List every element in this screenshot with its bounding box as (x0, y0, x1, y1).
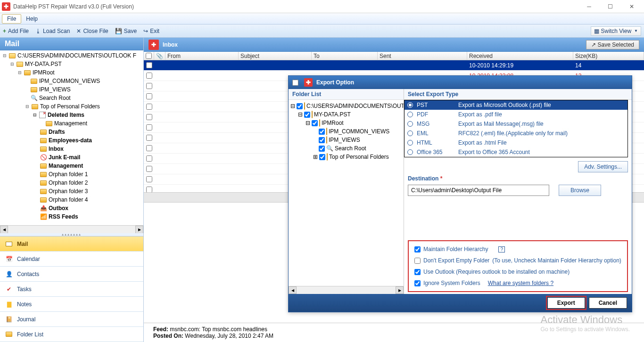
nav-calendar[interactable]: 📅Calendar (0, 252, 143, 267)
export-type-msg[interactable]: MSGExport as Mail Message(.msg) file (405, 119, 627, 129)
app-icon: ✚ (2, 2, 10, 11)
browse-button[interactable]: Browse (559, 185, 601, 196)
folder-tree[interactable]: ⊟C:\USERS\ADMIN\DOCUMENTS\OUTLOOK F ⊟MY-… (0, 50, 143, 225)
dialog-select-all[interactable] (292, 80, 298, 86)
plus-icon: + (3, 28, 6, 34)
folder-icon (40, 138, 47, 143)
use-outlook-checkbox[interactable]: Use Outlook (Requires outlook to be inst… (414, 269, 621, 275)
export-type-pst[interactable]: PSTExport as Microsoft Outlook (.pst) fi… (405, 100, 627, 110)
expand-icon[interactable]: ⊟ (2, 53, 7, 58)
row-checkbox[interactable] (146, 83, 152, 89)
ignore-system-checkbox[interactable]: Ignore System FoldersWhat are system fol… (414, 280, 621, 286)
maintain-hierarchy-checkbox[interactable]: Maintain Folder Hierarchy? (414, 246, 621, 252)
nav-contacts[interactable]: 👤Contacts (0, 267, 143, 282)
switch-view-button[interactable]: ▦Switch View▼ (591, 26, 641, 36)
help-menu[interactable]: Help (21, 15, 42, 23)
row-checkbox[interactable] (146, 73, 152, 79)
row-checkbox[interactable] (146, 104, 152, 110)
close-file-button[interactable]: ✕Close File (76, 28, 108, 34)
app-icon: ✚ (149, 40, 159, 50)
export-type-code: MSG (417, 121, 454, 127)
folder-icon (40, 189, 47, 194)
nav-notes[interactable]: ▇Notes (0, 297, 143, 312)
save-button[interactable]: 💾Save (115, 28, 137, 34)
nav-tasks[interactable]: ✔Tasks (0, 282, 143, 297)
system-folders-link[interactable]: What are system folders ? (488, 280, 553, 286)
export-type-pdf[interactable]: PDFExport as .pdf file (405, 110, 627, 119)
row-checkbox[interactable] (146, 135, 152, 141)
dialog-tree-scrollbar[interactable]: ◀ ▶ (289, 286, 404, 294)
export-type-desc: Export as Mail Message(.msg) file (458, 121, 544, 127)
expand-icon[interactable]: ⊟ (32, 113, 37, 117)
row-checkbox[interactable] (146, 166, 152, 172)
tree-checkbox[interactable] (297, 103, 303, 109)
help-icon[interactable]: ? (498, 246, 505, 252)
tree-checkbox[interactable] (304, 112, 310, 118)
expand-icon[interactable]: ⊟ (25, 104, 30, 109)
export-type-office365[interactable]: Office 365Export to Office 365 Account (405, 147, 627, 157)
minimize-button[interactable]: ─ (578, 0, 600, 13)
folder-icon (326, 128, 327, 135)
scroll-right-icon[interactable]: ▶ (135, 226, 143, 234)
row-checkbox[interactable] (146, 145, 152, 151)
nav-journal[interactable]: 📔Journal (0, 312, 143, 327)
select-all-checkbox[interactable] (146, 53, 152, 59)
expand-icon[interactable]: ⊟ (17, 70, 22, 75)
scroll-left-icon[interactable]: ◀ (0, 226, 8, 234)
received-column[interactable]: Received (467, 52, 573, 60)
row-checkbox[interactable] (146, 155, 152, 162)
tree-checkbox[interactable] (319, 146, 325, 152)
radio-icon (407, 130, 413, 136)
dont-export-empty-checkbox[interactable]: Don't Export Empty Folder (To use, Unche… (414, 257, 621, 264)
mail-row[interactable]: 10-2010 14:29:1914 (144, 60, 644, 71)
radio-icon (407, 149, 413, 155)
load-scan-button[interactable]: ⭳Load Scan (35, 28, 70, 34)
sent-column[interactable]: Sent (378, 52, 467, 60)
destination-input[interactable] (408, 185, 549, 196)
row-checkbox[interactable] (146, 114, 152, 120)
scroll-right-icon[interactable]: ▶ (396, 286, 404, 294)
exit-button[interactable]: ↪Exit (143, 28, 159, 34)
size-column[interactable]: Size(KB) (573, 52, 644, 60)
folder-icon (31, 87, 37, 92)
nav-folder-list[interactable]: Folder List (0, 327, 143, 342)
export-type-html[interactable]: HTMLExport as .html File (405, 138, 627, 147)
tree-checkbox[interactable] (312, 120, 318, 126)
file-menu[interactable]: File (2, 14, 21, 24)
to-column[interactable]: To (312, 52, 378, 60)
export-button[interactable]: Export (547, 297, 585, 309)
tree-checkbox[interactable] (319, 154, 325, 160)
cancel-button[interactable]: Cancel (589, 297, 627, 309)
export-type-desc: RFC822 (.eml) file.(Applicable only for … (458, 130, 568, 137)
from-column[interactable]: From (165, 52, 239, 60)
subject-column[interactable]: Subject (239, 52, 312, 60)
nav-mail[interactable]: Mail (0, 236, 143, 252)
menu-bar: File Help (0, 13, 644, 24)
row-checkbox[interactable] (146, 62, 152, 68)
dialog-header: ✚ Export Option (289, 76, 632, 89)
folder-open-icon (304, 102, 305, 110)
export-type-eml[interactable]: EMLRFC822 (.eml) file.(Applicable only f… (405, 129, 627, 138)
row-checkbox[interactable] (146, 176, 152, 182)
tree-checkbox[interactable] (319, 129, 325, 135)
export-folder-tree[interactable]: ⊟C:\USERS\ADMIN\DOCUMENTS\OUT ⊟MY-DATA.P… (289, 100, 404, 286)
folder-list-label: Folder List (289, 89, 404, 100)
adv-settings-button[interactable]: Adv. Settings... (578, 161, 628, 172)
expand-icon[interactable]: ⊟ (9, 62, 15, 66)
close-button[interactable]: ✕ (621, 0, 642, 13)
preview-feed: Feed: msnbc.com: Top msnbc.com headlines (153, 326, 635, 333)
folder-icon (31, 79, 37, 84)
add-file-button[interactable]: +Add File (3, 28, 29, 34)
scroll-left-icon[interactable]: ◀ (289, 286, 297, 294)
maximize-button[interactable]: ☐ (600, 0, 621, 13)
attach-column[interactable]: 📎 (154, 52, 165, 60)
row-checkbox[interactable] (146, 93, 152, 99)
save-selected-button[interactable]: ↗Save Selected (586, 40, 639, 49)
folder-icon (46, 121, 52, 126)
row-checkbox[interactable] (146, 187, 152, 192)
chevron-down-icon: ▼ (634, 29, 638, 33)
row-checkbox[interactable] (146, 124, 152, 130)
export-type-code: EML (417, 130, 454, 137)
tree-checkbox[interactable] (319, 137, 325, 143)
close-file-icon: ✕ (76, 28, 81, 34)
